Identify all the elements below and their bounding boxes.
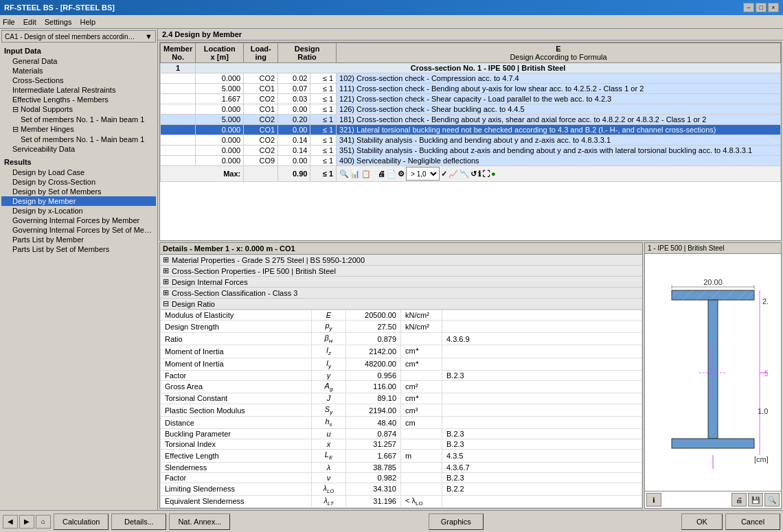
sidebar-item-nodal-supports-set[interactable]: Set of members No. 1 - Main beam 1 [1, 115, 156, 124]
sidebar-item-lateral-restraints[interactable]: Intermediate Lateral Restraints [1, 85, 156, 95]
property-label: Moment of Inertia [161, 358, 312, 370]
settings-icon[interactable]: ⚙ [398, 170, 405, 178]
sidebar-item-member-hinges[interactable]: ⊟ Member Hinges [1, 124, 156, 135]
col-design-header: DesignRatio [278, 43, 337, 63]
graph2-icon[interactable]: 📉 [459, 170, 469, 178]
nav-back-button[interactable]: ◀ [3, 515, 18, 529]
detail-row: Factor γ 0.956 B.2.3 [161, 370, 642, 380]
symbol: βw [312, 333, 346, 345]
detail-row: Torsional Constant J 89.10 cm⁴ [161, 393, 642, 404]
value: 20500.00 [346, 310, 401, 321]
detail-row: Limiting Slenderness λLO 34.310 B.2.2 [161, 483, 642, 495]
symbol: Iz [312, 345, 346, 358]
bottom-panel: Details - Member 1 - x: 0.000 m - CO1 ⊞ … [159, 242, 782, 509]
graph1-icon[interactable]: 📈 [449, 170, 458, 178]
sidebar-item-member-hinges-set[interactable]: Set of members No. 1 - Main beam 1 [1, 135, 156, 144]
print-icon[interactable]: 🖨 [378, 170, 385, 178]
section-cross-section-properties[interactable]: ⊞ Cross-Section Properties - IPE 500 | B… [160, 266, 642, 277]
export-icon[interactable]: 📋 [361, 170, 371, 178]
ref [442, 310, 642, 321]
section-design-ratio[interactable]: ⊟ Design Ratio [160, 299, 642, 310]
sidebar-item-governing-by-set[interactable]: Governing Internal Forces by Set of Memb… [1, 225, 156, 235]
detail-row: Gross Area Ag 116.00 cm² [161, 380, 642, 393]
nav-forward-button[interactable]: ▶ [19, 515, 34, 529]
symbol: λ [312, 462, 346, 472]
save-drawing-button[interactable]: 💾 [748, 493, 763, 507]
detail-row: Modulus of Elasticity E 20500.00 kN/cm² [161, 310, 642, 321]
home-button[interactable]: ⌂ [36, 515, 51, 529]
calculation-button[interactable]: Calculation [54, 513, 109, 530]
info-button[interactable]: ℹ [646, 493, 661, 507]
sidebar-item-design-x-location[interactable]: Design by x-Location [1, 206, 156, 216]
table-section-row: 1 Cross-section No. 1 - IPE 500 | Britis… [161, 63, 781, 73]
property-label: Limiting Slenderness [161, 483, 312, 495]
maximize-button[interactable]: □ [756, 3, 767, 12]
table-row[interactable]: 0.000CO90.00≤ 1 400) Serviceability - Ne… [161, 156, 781, 166]
menu-help[interactable]: Help [80, 18, 95, 26]
sidebar-item-design-set-members[interactable]: Design by Set of Members [1, 187, 156, 196]
section-material-properties[interactable]: ⊞ Material Properties - Grade S 275 Stee… [160, 255, 642, 266]
unit [401, 370, 442, 380]
minimize-button[interactable]: − [743, 3, 754, 12]
print-drawing-button[interactable]: 🖨 [731, 493, 747, 507]
nat-annex-button[interactable]: Nat. Annex... [169, 513, 230, 530]
table-row[interactable]: 0.000CO20.14≤ 1 351) Stability analysis … [161, 146, 781, 156]
sidebar-item-governing-by-member[interactable]: Governing Internal Forces by Member [1, 216, 156, 225]
case-selector[interactable]: CA1 - Design of steel members according … [1, 30, 156, 43]
close-button[interactable]: × [768, 3, 779, 12]
unit: cm⁴ [401, 345, 442, 358]
window-controls[interactable]: − □ × [743, 3, 779, 12]
drawing-footer: ℹ 🖨 💾 🔍 [645, 491, 781, 508]
table-row[interactable]: 0.000CO20.14≤ 1 341) Stability analysis … [161, 135, 781, 146]
graphics-button[interactable]: Graphics [429, 513, 484, 530]
sidebar-item-nodal-supports[interactable]: ⊟ Nodal Supports [1, 104, 156, 115]
sidebar-item-design-cross-section[interactable]: Design by Cross-Section [1, 177, 156, 187]
detail-row: Equivalent Slenderness λLT 31.196 < λLO [161, 495, 642, 507]
reset-icon[interactable]: ↺ [470, 170, 477, 178]
ref: 4.3.5 [442, 450, 642, 462]
sidebar-item-cross-sections[interactable]: Cross-Sections [1, 76, 156, 85]
cancel-button[interactable]: Cancel [725, 513, 780, 530]
expand-icon: ⊞ [163, 266, 169, 275]
table-row-selected[interactable]: 0.000CO10.00≤ 1 321) Lateral torsional b… [161, 125, 781, 135]
sidebar: CA1 - Design of steel members according … [0, 29, 158, 510]
sidebar-item-design-load-case[interactable]: Design by Load Case [1, 167, 156, 177]
ref: B.2.3 [442, 472, 642, 483]
sidebar-item-materials[interactable]: Materials [1, 66, 156, 76]
sidebar-item-design-member[interactable]: Design by Member [1, 196, 156, 206]
table-row[interactable]: 0.000CO20.02≤ 1 102) Cross-section check… [161, 73, 781, 84]
table-row[interactable]: 5.000CO20.20≤ 1 181) Cross-section check… [161, 115, 781, 125]
symbol: γ [312, 370, 346, 380]
section-design-internal-forces[interactable]: ⊞ Design Internal Forces [160, 277, 642, 288]
section-cross-section-classification[interactable]: ⊞ Cross-Section Classification - Class 3 [160, 288, 642, 299]
value: 89.10 [346, 393, 401, 404]
menu-edit[interactable]: Edit [23, 18, 36, 26]
sidebar-item-effective-lengths[interactable]: Effective Lengths - Members [1, 95, 156, 104]
sidebar-item-general-data[interactable]: General Data [1, 56, 156, 66]
copy-icon[interactable]: 📄 [387, 170, 396, 178]
filter-icon[interactable]: 🔍 [339, 170, 349, 178]
expand-icon[interactable]: ⛶ [482, 170, 490, 178]
menu-file[interactable]: File [3, 18, 15, 26]
unit [401, 333, 442, 345]
table-row[interactable]: 1.667CO20.03≤ 1 121) Cross-section check… [161, 94, 781, 104]
zoom-drawing-button[interactable]: 🔍 [764, 493, 780, 507]
ok-button[interactable]: OK [681, 513, 723, 530]
zoom-select[interactable]: > 1,0 All [406, 167, 440, 181]
menu-settings[interactable]: Settings [45, 18, 72, 26]
value: 31.196 [346, 495, 401, 507]
info-icon[interactable]: ℹ [478, 170, 481, 178]
sidebar-item-parts-by-member[interactable]: Parts List by Member [1, 235, 156, 244]
symbol: λLO [312, 483, 346, 495]
section-label: Material Properties - Grade S 275 Steel … [172, 256, 365, 264]
chart-icon[interactable]: 📊 [350, 170, 360, 178]
details-header: Details - Member 1 - x: 0.000 m - CO1 [160, 243, 642, 255]
sidebar-item-parts-by-set[interactable]: Parts List by Set of Members [1, 244, 156, 254]
table-row[interactable]: 5.000CO10.07≤ 1 111) Cross-section check… [161, 84, 781, 94]
col-member-header: MemberNo. [161, 43, 196, 63]
section-label: Design Internal Forces [172, 278, 248, 286]
sidebar-item-serviceability[interactable]: Serviceability Data [1, 144, 156, 154]
details-button[interactable]: Details... [111, 513, 166, 530]
check-icon[interactable]: ✓ [441, 170, 447, 178]
table-row[interactable]: 0.000CO10.00≤ 1 126) Cross-section check… [161, 104, 781, 115]
